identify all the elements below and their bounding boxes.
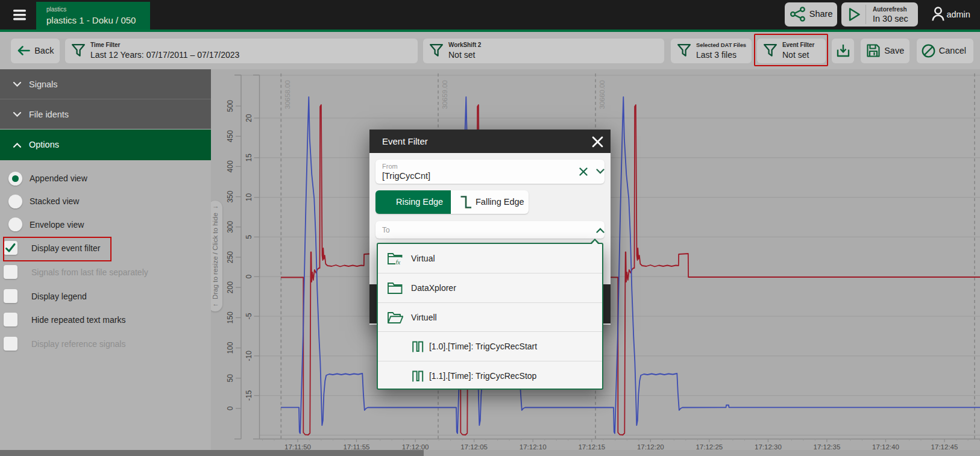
svg-text:-15: -15 [245,390,253,401]
svg-text:350: 350 [226,190,234,202]
svg-text:450: 450 [226,130,234,142]
svg-text:fx: fx [395,259,400,265]
svg-text:250: 250 [226,251,234,263]
svg-text:400: 400 [226,160,234,172]
svg-text:50: 50 [226,374,234,383]
svg-text:500: 500 [226,100,234,112]
svg-text:0: 0 [226,406,234,410]
svg-text:30659.00: 30659.00 [441,80,448,109]
svg-text:30660.00: 30660.00 [598,80,606,109]
svg-text:10: 10 [245,193,253,202]
svg-text:30658.00: 30658.00 [284,80,291,109]
svg-text:100: 100 [226,342,234,354]
svg-text:300: 300 [226,220,234,233]
svg-text:15: 15 [245,154,253,162]
svg-text:-10: -10 [245,351,253,361]
svg-text:200: 200 [226,281,234,293]
svg-text:5: 5 [245,235,253,239]
svg-text:20: 20 [245,114,253,122]
svg-text:-5: -5 [245,313,253,319]
svg-text:150: 150 [226,311,234,323]
svg-text:0: 0 [245,275,253,279]
